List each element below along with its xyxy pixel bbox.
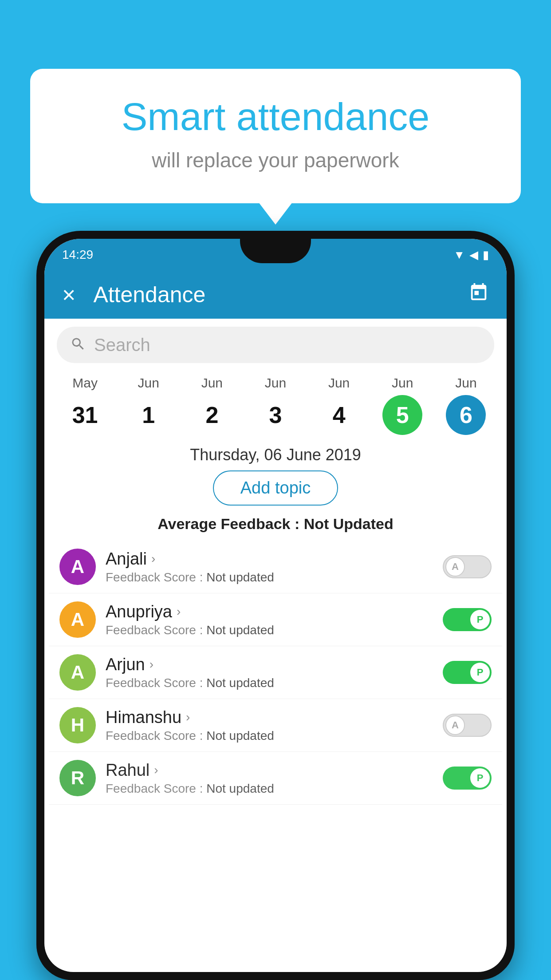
avatar: A — [59, 654, 96, 691]
selected-date: Thursday, 06 June 2019 — [44, 446, 507, 464]
app-bar-title: Attendance — [93, 282, 468, 308]
attendance-toggle[interactable]: A — [443, 714, 492, 737]
student-name: Arjun › — [106, 655, 433, 674]
cal-num-0: 31 — [65, 395, 105, 435]
student-item[interactable]: AAnjali ›Feedback Score : Not updatedA — [49, 541, 502, 593]
cal-month-0: May — [72, 375, 98, 391]
toggle-knob: A — [445, 557, 465, 577]
student-info: Rahul ›Feedback Score : Not updated — [106, 761, 433, 796]
student-item[interactable]: AArjun ›Feedback Score : Not updatedP — [49, 646, 502, 699]
student-info: Arjun ›Feedback Score : Not updated — [106, 655, 433, 690]
avg-feedback-label: Average Feedback : — [157, 515, 299, 532]
calendar-icon[interactable] — [468, 282, 489, 308]
student-feedback: Feedback Score : Not updated — [106, 570, 433, 585]
student-item[interactable]: AAnupriya ›Feedback Score : Not updatedP — [49, 593, 502, 646]
avatar: A — [59, 601, 96, 638]
cal-month-6: Jun — [455, 375, 476, 391]
chevron-right-icon: › — [151, 552, 155, 566]
attendance-toggle[interactable]: A — [443, 555, 492, 578]
student-feedback: Feedback Score : Not updated — [106, 623, 433, 637]
average-feedback: Average Feedback : Not Updated — [44, 515, 507, 533]
cal-day-4[interactable]: Jun4 — [312, 375, 366, 435]
student-item[interactable]: HHimanshu ›Feedback Score : Not updatedA — [49, 699, 502, 752]
student-feedback: Feedback Score : Not updated — [106, 676, 433, 690]
cal-num-1: 1 — [129, 395, 169, 435]
cal-day-6[interactable]: Jun6 — [439, 375, 492, 435]
avg-feedback-value: Not Updated — [304, 515, 394, 532]
toggle-knob: P — [470, 768, 490, 788]
close-button[interactable]: × — [62, 281, 75, 308]
cal-day-3[interactable]: Jun3 — [249, 375, 302, 435]
student-name: Anjali › — [106, 549, 433, 569]
cal-day-31[interactable]: May31 — [59, 375, 112, 435]
chevron-right-icon: › — [177, 605, 181, 619]
cal-month-5: Jun — [392, 375, 413, 391]
calendar-strip: May31Jun1Jun2Jun3Jun4Jun5Jun6 — [44, 371, 507, 435]
cal-day-2[interactable]: Jun2 — [185, 375, 239, 435]
cal-day-1[interactable]: Jun1 — [122, 375, 175, 435]
avatar: H — [59, 707, 96, 743]
student-name: Anupriya › — [106, 602, 433, 621]
student-info: Himanshu ›Feedback Score : Not updated — [106, 708, 433, 743]
bubble-title: Smart attendance — [66, 95, 485, 138]
attendance-toggle[interactable]: P — [443, 767, 492, 790]
toggle-knob: A — [445, 715, 465, 735]
cal-month-1: Jun — [138, 375, 159, 391]
cal-num-4: 4 — [319, 395, 359, 435]
battery-icon: ▮ — [483, 248, 489, 262]
avatar: A — [59, 549, 96, 585]
status-icons: ▼ ◀ ▮ — [453, 248, 489, 262]
chevron-right-icon: › — [186, 710, 190, 724]
student-feedback: Feedback Score : Not updated — [106, 782, 433, 796]
speech-bubble-container: Smart attendance will replace your paper… — [30, 69, 521, 203]
attendance-toggle[interactable]: P — [443, 608, 492, 631]
student-list: AAnjali ›Feedback Score : Not updatedAAA… — [44, 541, 507, 805]
search-icon — [70, 336, 86, 354]
speech-bubble: Smart attendance will replace your paper… — [30, 69, 521, 203]
cal-day-5[interactable]: Jun5 — [376, 375, 429, 435]
student-feedback: Feedback Score : Not updated — [106, 729, 433, 743]
signal-icon: ◀ — [469, 248, 478, 262]
cal-month-3: Jun — [265, 375, 286, 391]
toggle-knob: P — [470, 663, 490, 682]
cal-num-6: 6 — [446, 395, 486, 435]
student-name: Himanshu › — [106, 708, 433, 727]
add-topic-button[interactable]: Add topic — [213, 470, 338, 506]
status-time: 14:29 — [62, 248, 93, 262]
attendance-toggle[interactable]: P — [443, 661, 492, 684]
student-info: Anjali ›Feedback Score : Not updated — [106, 549, 433, 585]
cal-month-2: Jun — [201, 375, 223, 391]
search-input-placeholder: Search — [94, 335, 150, 355]
status-bar: 14:29 ▼ ◀ ▮ — [44, 239, 507, 271]
cal-num-5: 5 — [382, 395, 422, 435]
avatar: R — [59, 760, 96, 796]
search-bar[interactable]: Search — [57, 327, 494, 363]
phone-frame: 14:29 ▼ ◀ ▮ × Attendance S — [36, 231, 515, 980]
cal-num-2: 2 — [192, 395, 232, 435]
student-info: Anupriya ›Feedback Score : Not updated — [106, 602, 433, 637]
phone-inner: 14:29 ▼ ◀ ▮ × Attendance S — [44, 239, 507, 972]
chevron-right-icon: › — [150, 657, 153, 672]
chevron-right-icon: › — [154, 763, 158, 777]
bubble-subtitle: will replace your paperwork — [66, 148, 485, 172]
cal-num-3: 3 — [256, 395, 295, 435]
student-name: Rahul › — [106, 761, 433, 780]
wifi-icon: ▼ — [453, 248, 465, 262]
app-bar: × Attendance — [44, 271, 507, 319]
student-item[interactable]: RRahul ›Feedback Score : Not updatedP — [49, 752, 502, 805]
toggle-knob: P — [470, 610, 490, 629]
cal-month-4: Jun — [328, 375, 350, 391]
